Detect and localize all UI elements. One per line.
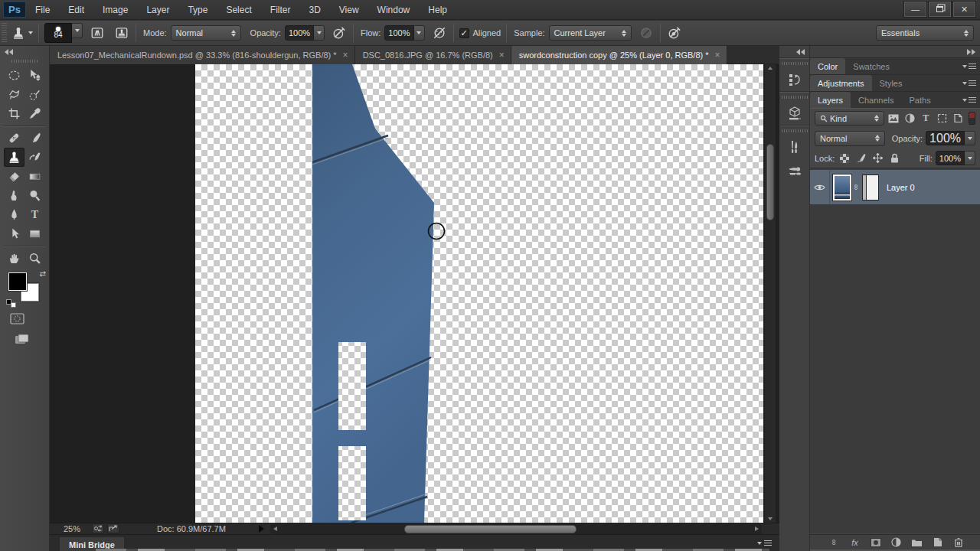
filter-shape-layers-icon[interactable]	[935, 112, 949, 125]
type-tool[interactable]: T	[24, 205, 45, 224]
canvas-pasteboard[interactable]	[50, 64, 779, 523]
sample-dropdown[interactable]: Current Layer	[549, 25, 632, 41]
filter-type-layers-icon[interactable]: T	[919, 112, 933, 125]
minimize-button[interactable]: —	[904, 2, 926, 17]
color-panel-menu-icon[interactable]	[962, 64, 976, 69]
crop-tool[interactable]	[4, 104, 24, 123]
move-tool[interactable]	[24, 66, 45, 85]
gradient-tool[interactable]	[24, 167, 45, 186]
properties-panel-icon[interactable]	[779, 102, 810, 125]
zoom-level-field[interactable]: 25%	[64, 524, 80, 533]
toggle-brush-panel-icon[interactable]	[89, 24, 106, 41]
document-size-info[interactable]: Doc: 60.9M/67.7M	[157, 524, 226, 533]
quick-mask-button[interactable]	[8, 311, 26, 326]
delete-layer-icon[interactable]	[948, 537, 969, 547]
brush-preview[interactable]: 84	[44, 23, 72, 43]
menu-select[interactable]: Select	[217, 0, 260, 20]
layer-filter-toggle[interactable]	[969, 112, 975, 125]
menu-layer[interactable]: Layer	[137, 0, 178, 20]
swap-colors-icon[interactable]: ⇄	[40, 269, 46, 278]
layer-opacity-value[interactable]: 100%	[926, 131, 965, 145]
scroll-left-icon[interactable]	[273, 527, 277, 531]
workflow-options-icon[interactable]	[92, 523, 104, 533]
restore-button[interactable]	[929, 2, 951, 17]
menu-view[interactable]: View	[330, 0, 368, 20]
share-status-icon[interactable]	[107, 523, 119, 533]
tab-adjustments[interactable]: Adjustments	[810, 75, 872, 91]
flow-arrow[interactable]	[414, 25, 425, 41]
filter-pixel-layers-icon[interactable]	[887, 112, 900, 125]
marquee-tool[interactable]	[4, 66, 24, 85]
toolbar-grip[interactable]	[11, 60, 38, 63]
close-button[interactable]: ×	[953, 2, 975, 17]
tool-preset-arrow-icon[interactable]	[28, 31, 33, 34]
lasso-tool[interactable]	[4, 85, 24, 104]
tab-channels[interactable]: Channels	[851, 92, 901, 108]
brush-picker[interactable]: 84	[44, 23, 83, 43]
scroll-down-icon[interactable]	[768, 517, 773, 520]
layers-panel-menu-icon[interactable]	[962, 97, 976, 103]
link-layers-icon[interactable]: ∞	[824, 538, 844, 547]
vertical-scrollbar[interactable]	[764, 64, 776, 523]
tab-layers[interactable]: Layers	[810, 92, 851, 108]
dodge-tool[interactable]	[24, 186, 45, 205]
filter-adjustment-layers-icon[interactable]	[903, 112, 916, 125]
workspace-switcher[interactable]: Essentials	[876, 25, 974, 41]
spot-healing-brush-tool[interactable]	[4, 129, 24, 148]
layer-row-selected[interactable]: ∞ Layer 0	[810, 170, 980, 204]
clone-source-panel-icon[interactable]	[113, 24, 130, 41]
lock-position-icon[interactable]	[871, 152, 885, 165]
menu-help[interactable]: Help	[419, 0, 456, 20]
horizontal-scroll-thumb[interactable]	[404, 525, 577, 533]
quick-selection-tool[interactable]	[24, 85, 45, 104]
opacity-arrow[interactable]	[314, 25, 325, 41]
panel-grip[interactable]	[782, 62, 808, 65]
history-panel-icon[interactable]	[779, 68, 810, 91]
flow-value[interactable]: 100%	[384, 25, 413, 41]
hand-tool[interactable]	[4, 249, 24, 268]
history-brush-tool[interactable]	[24, 148, 45, 167]
panel-grip[interactable]	[782, 96, 808, 99]
filter-smart-objects-icon[interactable]	[951, 112, 965, 125]
tab-color[interactable]: Color	[810, 58, 845, 74]
fill-control[interactable]: 100%	[936, 151, 975, 165]
menu-type[interactable]: Type	[178, 0, 217, 20]
scroll-right-icon[interactable]	[755, 527, 759, 531]
ignore-adjustment-layers-icon[interactable]	[638, 24, 655, 41]
layer-opacity-control[interactable]: 100%	[926, 131, 975, 145]
shape-tool[interactable]	[24, 224, 45, 243]
blend-mode-dropdown[interactable]: Normal	[815, 131, 885, 146]
menu-window[interactable]: Window	[368, 0, 420, 20]
scroll-up-icon[interactable]	[768, 67, 773, 70]
layer-style-fx-icon[interactable]: fx	[844, 538, 865, 547]
airbrush-icon[interactable]	[431, 24, 448, 41]
options-grip[interactable]	[2, 23, 7, 43]
eyedropper-tool[interactable]	[24, 104, 45, 123]
document-canvas[interactable]	[195, 64, 763, 523]
add-layer-mask-icon[interactable]	[865, 538, 886, 547]
menu-edit[interactable]: Edit	[59, 0, 93, 20]
menu-file[interactable]: File	[26, 0, 59, 20]
tab-styles[interactable]: Styles	[872, 75, 910, 91]
path-selection-tool[interactable]	[4, 224, 24, 243]
foreground-color-swatch[interactable]	[8, 272, 27, 291]
screen-mode-button[interactable]	[12, 332, 31, 347]
lock-pixels-icon[interactable]	[854, 152, 868, 165]
new-adjustment-layer-icon[interactable]	[886, 537, 906, 547]
adjustments-panel-menu-icon[interactable]	[962, 80, 976, 86]
mode-dropdown[interactable]: Normal	[171, 25, 241, 41]
document-tab-2[interactable]: DSC_0816.JPG @ 16.7% (RGB/8) ×	[355, 46, 511, 64]
lock-transparency-icon[interactable]	[837, 152, 851, 165]
clone-stamp-preset-icon[interactable]	[10, 24, 27, 41]
collapse-dock-icon[interactable]	[966, 49, 975, 55]
panel-grip[interactable]	[782, 129, 808, 132]
aligned-checkbox[interactable]: ✓	[459, 28, 469, 38]
tab-swatches[interactable]: Swatches	[845, 58, 897, 74]
pressure-size-icon[interactable]	[666, 24, 683, 41]
close-tab-icon[interactable]: ×	[715, 50, 720, 60]
dock-header[interactable]	[810, 46, 980, 57]
menu-3d[interactable]: 3D	[299, 0, 329, 20]
lock-all-icon[interactable]	[887, 152, 902, 165]
smudge-tool[interactable]	[4, 186, 24, 205]
clone-source-strip-icon[interactable]	[779, 158, 810, 181]
